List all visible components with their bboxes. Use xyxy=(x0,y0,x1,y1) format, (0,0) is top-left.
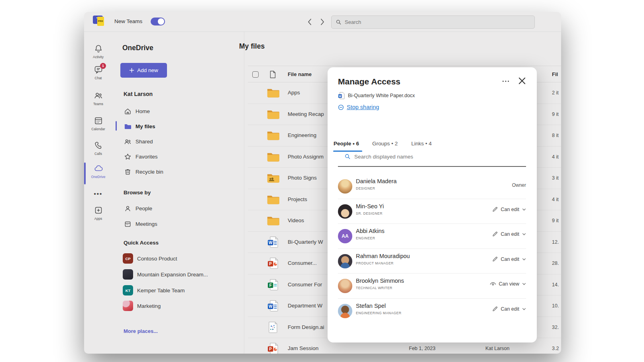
permission-label: Can edit xyxy=(501,256,519,262)
sidebar-item-favorites[interactable]: Favorites xyxy=(120,151,236,162)
toggle-knob xyxy=(158,18,164,25)
page-title: My files xyxy=(239,42,265,51)
file-size: 3 it xyxy=(552,175,559,181)
sidebar-item-label: People xyxy=(135,205,152,211)
person-role: ENGINEERING MANAGER xyxy=(356,311,401,315)
file-name: Bi-Quarterly W xyxy=(288,239,323,245)
chevron-down-icon xyxy=(522,232,526,236)
sidebar-item-label: Home xyxy=(135,108,150,114)
file-size-column-header[interactable]: Fil xyxy=(552,71,558,77)
file-owner: Kat Larson xyxy=(485,346,509,351)
manage-access-dialog: Manage Access Bi-Quarterly White Paper.d… xyxy=(328,67,537,342)
preview-badge: PRE xyxy=(97,17,104,26)
chevron-down-icon xyxy=(522,282,526,286)
rail-label: Calendar xyxy=(84,127,112,131)
file-name: Projects xyxy=(288,196,307,202)
quick-access-label: Marketing xyxy=(137,303,161,309)
sidebar-item-my-files[interactable]: My files xyxy=(120,120,236,132)
tab-links[interactable]: Links • 4 xyxy=(411,141,432,147)
sidebar-item-meetings[interactable]: Meetings xyxy=(120,218,236,230)
close-icon[interactable] xyxy=(518,77,526,85)
global-search-input[interactable] xyxy=(345,19,520,25)
tab-people[interactable]: People • 6 xyxy=(334,141,359,147)
permission-dropdown[interactable]: Can view xyxy=(490,281,526,287)
stop-sharing-label: Stop sharing xyxy=(347,104,379,110)
avatar xyxy=(338,179,352,194)
file-type-column-icon[interactable] xyxy=(269,70,276,78)
person-role: TECHNICAL WRITER xyxy=(356,286,393,290)
sidebar-item-label: Recycle bin xyxy=(135,169,163,175)
contoso-product-icon: CP xyxy=(123,253,133,264)
sidebar-item-shared[interactable]: Shared xyxy=(120,135,236,147)
rail-item-onedrive[interactable]: OneDrive xyxy=(84,164,112,179)
sidebar-item-people[interactable]: People xyxy=(120,202,236,214)
add-new-button[interactable]: Add new xyxy=(120,63,167,78)
file-name-column-header[interactable]: File name xyxy=(288,71,312,77)
file-name: Videos xyxy=(288,217,304,223)
permission-label: Can edit xyxy=(501,207,519,212)
pencil-icon xyxy=(492,306,498,312)
desktop-wallpaper: T PRE New Teams Activity 1 Chat xyxy=(0,0,644,362)
rail-item-calendar[interactable]: Calendar xyxy=(84,116,112,131)
rail-item-apps[interactable]: Apps xyxy=(84,205,112,221)
person-name: Brooklyn Simmons xyxy=(356,278,404,284)
rail-item-calls[interactable]: Calls xyxy=(84,141,112,156)
rail-label: Teams xyxy=(84,102,112,106)
rail-label: Calls xyxy=(84,152,112,156)
permission-dropdown[interactable]: Can edit xyxy=(492,306,526,312)
shared-file-name: Bi-Quarterly White Paper.docx xyxy=(348,93,415,98)
person-name: Daniela Madera xyxy=(356,178,397,184)
quick-access-marketing[interactable]: Marketing xyxy=(120,299,240,313)
person-name: Min-Seo Yi xyxy=(356,203,384,209)
chevron-down-icon xyxy=(522,207,526,211)
permission-dropdown[interactable]: Can edit xyxy=(492,256,526,262)
global-search[interactable] xyxy=(331,16,535,29)
permission-label: Can edit xyxy=(501,231,519,237)
dialog-more-icon[interactable] xyxy=(501,77,510,86)
sidebar-title: OneDrive xyxy=(122,44,153,52)
file-name: Jam Session xyxy=(288,345,318,351)
back-arrow-icon[interactable] xyxy=(306,17,314,27)
person-row: Stefan Spel ENGINEERING MANAGER Can edit xyxy=(338,299,526,324)
file-name: Photo Assignm xyxy=(288,154,324,160)
sidebar-item-recycle-bin[interactable]: Recycle bin xyxy=(120,166,236,178)
quick-access-mountain-expansion[interactable]: Mountain Expansion Dream... xyxy=(120,267,240,282)
select-all-checkbox[interactable] xyxy=(252,71,259,78)
chevron-down-icon xyxy=(522,307,526,311)
tab-groups[interactable]: Groups • 2 xyxy=(372,141,398,147)
stop-sharing-link[interactable]: Stop sharing xyxy=(338,104,379,110)
rail-item-teams[interactable]: Teams xyxy=(84,91,112,106)
pencil-icon xyxy=(492,231,498,237)
permission-dropdown[interactable]: Can edit xyxy=(492,231,526,237)
onedrive-sidebar: OneDrive Add new Kat Larson Home My file… xyxy=(112,32,244,354)
person-name: Rahman Mouradipou xyxy=(356,253,410,259)
powerpoint-file-icon xyxy=(267,342,279,354)
eye-icon xyxy=(490,281,496,287)
people-search[interactable] xyxy=(344,153,474,160)
person-row: AA Abbi Atkins ENGINEER Can edit xyxy=(338,224,526,249)
avatar xyxy=(338,204,352,219)
sidebar-item-home[interactable]: Home xyxy=(120,105,236,117)
rail-item-activity[interactable]: Activity xyxy=(84,44,112,59)
quick-access-label: Mountain Expansion Dream... xyxy=(137,272,208,278)
more-places-link[interactable]: More places... xyxy=(124,328,158,334)
chat-unread-badge: 1 xyxy=(100,63,106,69)
people-search-input[interactable] xyxy=(354,154,474,160)
teams-logo-icon[interactable]: T PRE xyxy=(93,16,103,24)
folder-icon xyxy=(267,87,279,99)
sidebar-item-label: Shared xyxy=(135,139,153,145)
rail-item-chat[interactable]: 1 Chat xyxy=(84,65,112,80)
file-size: 8 it xyxy=(552,133,559,138)
file-size: 9 it xyxy=(552,112,559,117)
new-teams-toggle[interactable] xyxy=(151,18,165,25)
rail-label: OneDrive xyxy=(84,175,112,179)
quick-access-label: Kemper Table Team xyxy=(137,288,185,294)
quick-access-kemper-table-team[interactable]: KT Kemper Table Team xyxy=(120,283,240,297)
trash-icon xyxy=(124,168,132,176)
forward-arrow-icon[interactable] xyxy=(318,17,326,27)
file-size: 9 it xyxy=(552,218,559,223)
permission-dropdown[interactable]: Can edit xyxy=(492,207,526,212)
quick-access-contoso-product[interactable]: CP Contoso Product xyxy=(120,251,240,266)
mountain-expansion-icon xyxy=(123,269,133,280)
rail-more-button[interactable]: ••• xyxy=(84,190,112,198)
